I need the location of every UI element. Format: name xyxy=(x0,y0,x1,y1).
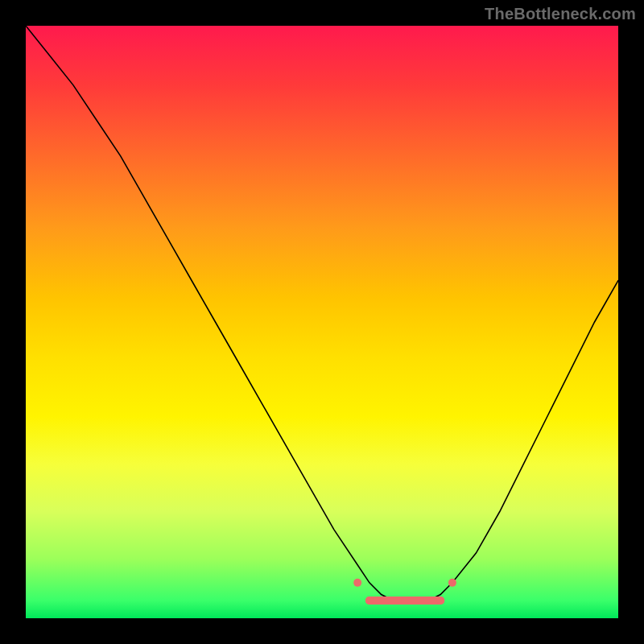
svg-point-4 xyxy=(436,597,444,605)
svg-point-5 xyxy=(448,579,456,587)
chart-plot-area xyxy=(26,26,618,618)
chart-svg xyxy=(26,26,618,618)
chart-frame: TheBottleneck.com xyxy=(0,0,644,644)
svg-point-3 xyxy=(401,597,409,605)
watermark-label: TheBottleneck.com xyxy=(485,5,636,23)
svg-point-2 xyxy=(365,597,374,605)
svg-point-1 xyxy=(353,579,361,587)
bottleneck-curve xyxy=(26,26,618,601)
